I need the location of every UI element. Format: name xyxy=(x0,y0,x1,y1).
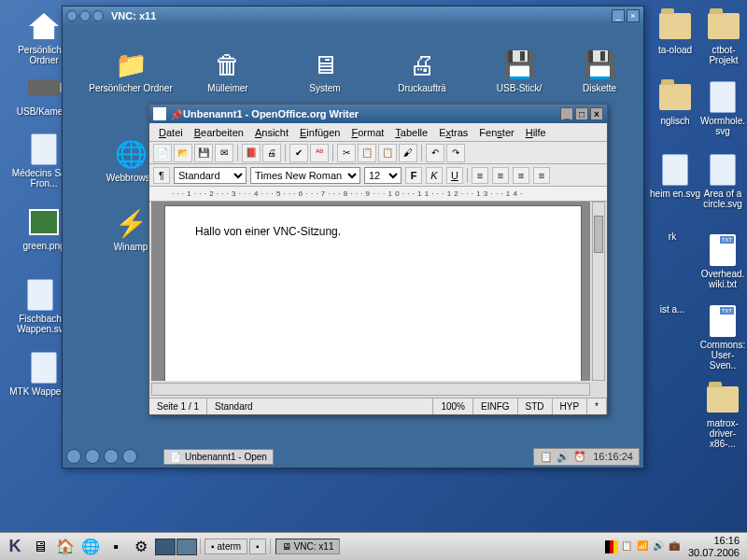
oo-maximize-button[interactable]: □ xyxy=(575,107,588,120)
document-text[interactable]: Hallo von einer VNC-Sitzung. xyxy=(195,225,341,238)
vnc-window[interactable]: VNC: x11 _ × 📁Persönlicher Ordner 🗑Mülle… xyxy=(62,6,644,469)
vnc-home-button[interactable] xyxy=(85,449,100,464)
window-sticky-button[interactable] xyxy=(79,10,91,21)
menu-ansicht[interactable]: Ansicht xyxy=(249,125,294,140)
horizontal-ruler[interactable]: ···1···2···3···4···5···6···7···8···9···1… xyxy=(149,187,607,202)
menu-bearbeiten[interactable]: Bearbeiten xyxy=(189,125,249,140)
menu-format[interactable]: Format xyxy=(345,125,389,140)
redo-button[interactable]: ↷ xyxy=(446,144,465,162)
menu-tabelle[interactable]: Tabelle xyxy=(389,125,433,140)
menu-datei[interactable]: Datei xyxy=(153,125,189,140)
new-button[interactable]: 📄 xyxy=(153,144,172,162)
taskbar-clock[interactable]: 16:16 30.07.2006 xyxy=(684,535,743,557)
vnc-titlebar[interactable]: VNC: x11 _ × xyxy=(63,7,643,25)
task-aterm[interactable]: ▪ aterm xyxy=(204,539,247,554)
konqueror-button[interactable]: 🌐 xyxy=(79,536,102,558)
align-center-button[interactable]: ≡ xyxy=(492,167,509,184)
vnc-settings-button[interactable] xyxy=(122,449,137,464)
oo-close-button[interactable]: × xyxy=(590,107,603,120)
konsole-button[interactable]: ▪ xyxy=(105,536,127,558)
status-std[interactable]: STD xyxy=(518,399,553,414)
styles-button[interactable]: ¶ xyxy=(153,167,170,184)
vertical-scrollbar[interactable] xyxy=(592,202,605,381)
spellcheck-button[interactable]: ✔ xyxy=(289,144,308,162)
menu-fenster[interactable]: Fenster xyxy=(473,125,519,140)
oo-minimize-button[interactable]: _ xyxy=(560,107,573,120)
desktop-icon-area-circle[interactable]: Area of a circle.svg xyxy=(698,153,747,209)
vnc-browser-button[interactable] xyxy=(104,449,119,464)
desktop-icon-download[interactable]: ta-oload xyxy=(648,9,702,55)
bold-button[interactable]: F xyxy=(405,167,422,184)
home-button[interactable]: 🏠 xyxy=(54,536,77,558)
folder-icon: 📁 xyxy=(112,48,149,81)
open-button[interactable]: 📂 xyxy=(174,144,192,162)
email-button[interactable]: ✉ xyxy=(215,144,233,162)
vnc-icon-system[interactable]: 🖥System xyxy=(283,48,367,93)
tray-flag-icon[interactable] xyxy=(605,540,618,553)
font-name-select[interactable]: Times New Roman xyxy=(250,167,360,184)
desktop-icon-wormhole[interactable]: Wormhole.svg xyxy=(698,80,747,136)
vnc-icon-usb[interactable]: 💾USB-Stick/ xyxy=(477,48,561,93)
status-hyp[interactable]: HYP xyxy=(553,399,588,414)
close-button[interactable]: × xyxy=(627,9,640,22)
desktop-icon-englisch[interactable]: nglisch xyxy=(648,80,702,126)
menu-hilfe[interactable]: Hilfe xyxy=(520,125,552,140)
desktop-icon-heim[interactable]: heim en.svg xyxy=(648,153,702,199)
status-insert[interactable]: EINFG xyxy=(473,399,518,414)
minimize-button[interactable]: _ xyxy=(612,9,625,22)
align-justify-button[interactable]: ≡ xyxy=(533,167,550,184)
vnc-kmenu-button[interactable] xyxy=(66,449,81,464)
vnc-icon-print[interactable]: 🖨Druckaufträ xyxy=(380,48,464,93)
kmenu-button[interactable]: K xyxy=(4,536,26,558)
export-pdf-button[interactable]: 📕 xyxy=(242,144,261,162)
openoffice-window[interactable]: 📌 Unbenannt1 - OpenOffice.org Writer _ □… xyxy=(148,104,608,415)
save-button[interactable]: 💾 xyxy=(194,144,213,162)
pager-desktop-2[interactable] xyxy=(176,539,197,555)
vnc-task-openoffice[interactable]: 📄 Unbenannt1 - Open xyxy=(163,449,274,465)
underline-button[interactable]: U xyxy=(446,167,463,184)
vnc-remote-desktop[interactable]: 📁Persönlicher Ordner 🗑Mülleimer 🖥System … xyxy=(66,27,640,445)
desktop-icon-commons[interactable]: Commons: User-Sven.. xyxy=(698,304,747,371)
desktop-icon-matrox[interactable]: matrox-driver-x86-... xyxy=(698,383,747,449)
pin-icon[interactable]: 📌 xyxy=(170,109,179,119)
task-aterm-2[interactable]: ▪ xyxy=(249,539,266,554)
desktop-icon-ist[interactable]: ist a... xyxy=(648,304,697,315)
tray-kwallet-icon[interactable]: 💼 xyxy=(669,540,682,553)
cut-button[interactable]: ✂ xyxy=(337,144,356,162)
vnc-icon-diskette[interactable]: 💾Diskette xyxy=(557,48,641,93)
align-left-button[interactable]: ≡ xyxy=(472,167,488,184)
kcontrol-button[interactable]: ⚙ xyxy=(130,536,152,558)
paste-button[interactable]: 📋 xyxy=(378,144,397,162)
scrollbar-thumb[interactable] xyxy=(594,216,603,253)
print-button[interactable]: 🖨 xyxy=(262,144,281,162)
tray-network-icon[interactable]: 📶 xyxy=(637,540,650,553)
tray-volume-icon[interactable]: 🔊 xyxy=(653,540,666,553)
italic-button[interactable]: K xyxy=(426,167,443,184)
undo-button[interactable]: ↶ xyxy=(426,144,444,162)
document-area[interactable]: Hallo von einer VNC-Sitzung. xyxy=(151,202,590,381)
copy-button[interactable]: 📋 xyxy=(358,144,376,162)
horizontal-scrollbar[interactable] xyxy=(151,383,590,396)
desktop-icon-rk[interactable]: rk xyxy=(648,231,697,242)
menu-extras[interactable]: Extras xyxy=(433,125,473,140)
format-paint-button[interactable]: 🖌 xyxy=(399,144,417,162)
vnc-icon-home[interactable]: 📁Persönlicher Ordner xyxy=(89,48,173,93)
status-page: Seite 1 / 1 xyxy=(149,399,207,414)
autospell-button[interactable]: ᴬᴮ xyxy=(310,144,329,162)
align-right-button[interactable]: ≡ xyxy=(513,167,529,184)
openoffice-titlebar[interactable]: 📌 Unbenannt1 - OpenOffice.org Writer _ □… xyxy=(149,105,607,123)
desktop-icon-overhead[interactable]: Overhead.wiki.txt xyxy=(698,233,747,289)
vnc-icon-trash[interactable]: 🗑Mülleimer xyxy=(186,48,270,93)
window-menu-button[interactable] xyxy=(66,10,78,21)
desktop-icon-ctbot[interactable]: ctbot-Projekt xyxy=(702,9,745,65)
pager-desktop-1[interactable] xyxy=(155,539,176,555)
font-size-select[interactable]: 12 xyxy=(364,167,402,184)
document-page[interactable]: Hallo von einer VNC-Sitzung. xyxy=(164,205,582,381)
menu-einfuegen[interactable]: Einfügen xyxy=(294,125,345,140)
window-shade-button[interactable] xyxy=(92,10,104,21)
tray-klipper-icon[interactable]: 📋 xyxy=(621,540,634,553)
paragraph-style-select[interactable]: Standard xyxy=(174,167,247,184)
status-zoom[interactable]: 100% xyxy=(433,399,473,414)
task-vnc[interactable]: 🖥 VNC: x11 xyxy=(275,539,341,554)
show-desktop-button[interactable]: 🖥 xyxy=(29,536,51,558)
